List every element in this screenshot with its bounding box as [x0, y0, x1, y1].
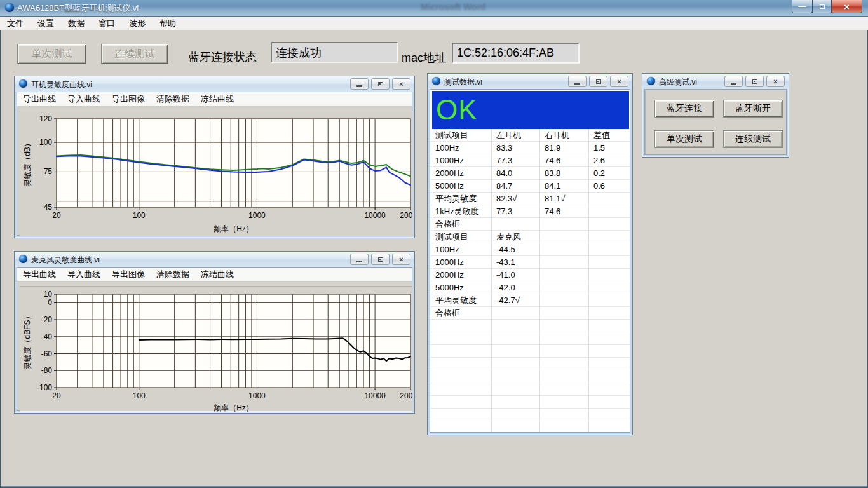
vi-icon: [432, 77, 440, 85]
mic-window-titlebar[interactable]: 麦克风灵敏度曲线.vi ×: [15, 252, 414, 267]
test-data-window: 测试数据.vi × OK 测试项目左耳机右耳机差值100Hz83.381.91.…: [427, 73, 633, 435]
curve-menu-item[interactable]: 冻结曲线: [195, 92, 240, 106]
adv-button-1[interactable]: 蓝牙连接: [654, 100, 714, 118]
curve-menu-item[interactable]: 导出图像: [106, 268, 151, 281]
minimize-button[interactable]: [568, 76, 587, 87]
table-cell: [539, 294, 588, 306]
table-cell: [539, 396, 588, 408]
svg-text:频率（Hz）: 频率（Hz）: [213, 403, 254, 412]
maximize-button[interactable]: [371, 78, 390, 90]
adv-button-3[interactable]: 单次测试: [654, 130, 714, 148]
table-cell: [588, 358, 630, 370]
table-cell: 84.0: [491, 167, 539, 179]
curve-menu-item[interactable]: 冻结曲线: [195, 268, 240, 281]
main-menubar: 文件设置数据窗口波形帮助: [0, 17, 868, 30]
curve-menu-item[interactable]: 导出曲线: [17, 268, 62, 281]
minimize-button[interactable]: [724, 76, 743, 87]
mic-window-body: 导出曲线导入曲线导出图像清除数据冻结曲线 2010010001000020000…: [17, 267, 412, 411]
table-cell: 100Hz: [430, 142, 491, 154]
close-button[interactable]: ×: [610, 76, 628, 87]
background-ghost-text: Microsoft Word: [421, 2, 485, 12]
bt-status-field[interactable]: 连接成功: [271, 42, 398, 63]
vi-icon: [19, 79, 27, 88]
svg-text:120: 120: [39, 114, 52, 123]
main-menu-item[interactable]: 数据: [61, 17, 92, 30]
close-button[interactable]: ×: [831, 0, 862, 13]
maximize-button[interactable]: [371, 254, 390, 265]
continuous-test-button[interactable]: 连续测试: [101, 44, 168, 64]
table-row: [430, 345, 630, 358]
table-row: 1kHz灵敏度77.374.6: [430, 205, 630, 218]
table-cell: 2000Hz: [430, 167, 491, 179]
minimize-button[interactable]: [350, 78, 369, 90]
table-cell: [491, 218, 539, 230]
table-row: 2000Hz84.083.80.2: [430, 167, 630, 180]
minimize-button[interactable]: —: [792, 0, 813, 13]
svg-text:10000: 10000: [364, 211, 386, 220]
caption-buttons: ×: [350, 254, 410, 265]
table-cell: [539, 370, 588, 383]
main-caption-buttons: — ×: [792, 0, 862, 13]
table-cell: [539, 243, 588, 255]
table-cell: [588, 307, 630, 319]
maximize-button[interactable]: [745, 76, 764, 87]
table-cell: [539, 256, 588, 268]
caption-buttons: ×: [350, 78, 410, 90]
main-menu-item[interactable]: 设置: [31, 17, 61, 30]
table-cell: 平均灵敏度: [430, 193, 491, 205]
table-cell: 0.2: [588, 167, 630, 179]
table-cell: [588, 409, 630, 421]
status-text: OK: [436, 96, 478, 124]
table-row: 5000Hz-42.0: [430, 281, 630, 294]
headphone-window-menubar: 导出曲线导入曲线导出图像清除数据冻结曲线: [17, 92, 412, 107]
main-menu-item[interactable]: 帮助: [153, 17, 183, 30]
close-button[interactable]: ×: [392, 78, 410, 90]
table-cell: 0.6: [588, 180, 630, 192]
adv-buttons: 蓝牙连接蓝牙断开单次测试连续测试: [654, 100, 783, 148]
table-row: 合格框: [430, 307, 630, 320]
adv-button-4[interactable]: 连续测试: [723, 130, 783, 148]
restore-button[interactable]: [812, 0, 832, 13]
curve-menu-item[interactable]: 导入曲线: [62, 268, 106, 281]
curve-menu-item[interactable]: 导入曲线: [62, 92, 106, 106]
main-menu-item[interactable]: 波形: [122, 17, 153, 30]
table-cell: [588, 332, 630, 344]
table-cell: 平均灵敏度: [430, 294, 491, 306]
adv-button-2[interactable]: 蓝牙断开: [723, 100, 783, 118]
svg-text:10: 10: [44, 290, 53, 299]
mic-window-title: 麦克风灵敏度曲线.vi: [31, 255, 100, 266]
close-button[interactable]: ×: [392, 254, 410, 265]
data-window-titlebar[interactable]: 测试数据.vi ×: [428, 74, 632, 89]
headphone-window-titlebar[interactable]: 耳机灵敏度曲线.vi ×: [15, 76, 414, 92]
close-button[interactable]: ×: [766, 76, 785, 87]
curve-menu-item[interactable]: 导出图像: [106, 92, 151, 106]
single-test-button[interactable]: 单次测试: [17, 44, 86, 64]
main-menu-item[interactable]: 文件: [0, 17, 31, 30]
curve-menu-item[interactable]: 清除数据: [151, 268, 195, 281]
table-cell: -42.7√: [491, 294, 539, 306]
table-cell: [491, 370, 539, 383]
table-cell: 100Hz: [430, 243, 491, 255]
table-cell: [430, 320, 491, 332]
table-cell: [430, 421, 491, 433]
adv-window-titlebar[interactable]: 高级测试.vi ×: [642, 74, 789, 89]
main-menu-item[interactable]: 窗口: [92, 17, 122, 30]
minimize-button[interactable]: [350, 254, 369, 265]
table-cell: [491, 409, 539, 421]
svg-text:-20: -20: [41, 315, 53, 324]
table-cell: 1000Hz: [430, 256, 491, 268]
table-cell: [539, 269, 588, 281]
table-cell: 84.7: [491, 180, 539, 192]
maximize-button[interactable]: [589, 76, 607, 87]
adv-window-title: 高级测试.vi: [659, 77, 697, 88]
curve-menu-item[interactable]: 清除数据: [151, 92, 195, 106]
table-cell: [588, 421, 630, 433]
table-cell: 82.3√: [491, 193, 539, 205]
table-cell: [491, 307, 539, 319]
caption-buttons: ×: [724, 76, 785, 87]
table-row: 100Hz-44.5: [430, 243, 630, 256]
table-cell: [588, 218, 630, 230]
mac-field[interactable]: 1C:52:16:06:4F:AB: [452, 43, 580, 64]
table-cell: 合格框: [430, 307, 491, 319]
curve-menu-item[interactable]: 导出曲线: [17, 92, 62, 106]
